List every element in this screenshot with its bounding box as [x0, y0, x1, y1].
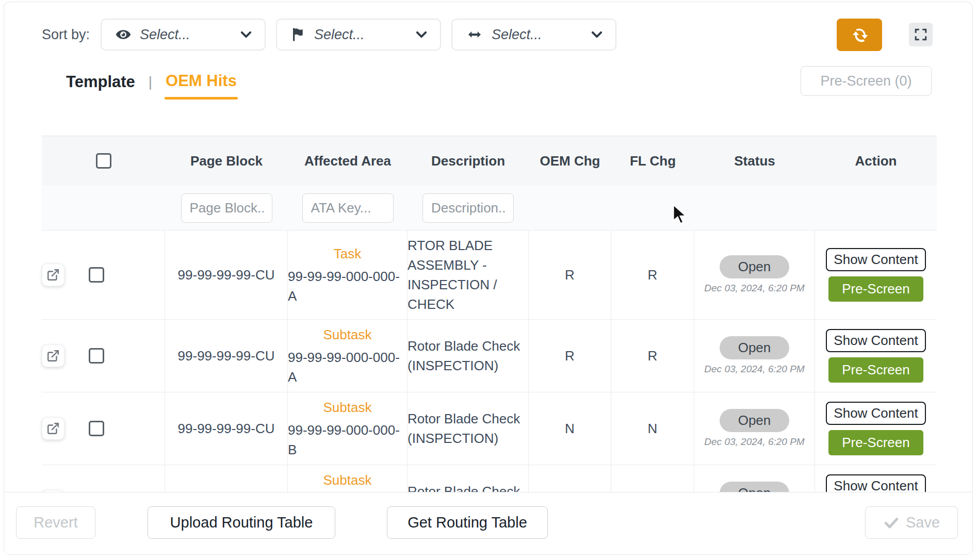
panel-content: Sort by: Select... Select... — [4, 2, 972, 492]
revert-button[interactable]: Revert — [16, 506, 95, 539]
sort-toolbar: Sort by: Select... Select... — [42, 19, 616, 51]
select-all-checkbox[interactable] — [96, 153, 111, 169]
affected-area-cell: Subtask 99-99-99-000-000-A — [288, 320, 408, 392]
table-header-row: Page Block Affected Area Description OEM… — [42, 136, 937, 186]
prescreen-counter-button[interactable]: Pre-Screen (0) — [801, 66, 932, 96]
open-external-button[interactable] — [42, 263, 64, 286]
get-routing-table-button[interactable]: Get Routing Table — [387, 506, 548, 539]
external-link-icon — [46, 268, 60, 282]
status-date: Dec 03, 2024, 6:20 PM — [704, 283, 804, 295]
table-row: 99-99-99-99-CU Subtask 99-99-99-000-000-… — [42, 320, 937, 392]
table-row: Subtask Rotor Blade Check Open Show Cont… — [42, 465, 937, 492]
external-link-icon — [46, 349, 60, 363]
action-cell: Show Content Pre-Screen — [815, 465, 937, 492]
upload-routing-table-button[interactable]: Upload Routing Table — [148, 506, 335, 539]
status-badge: Open — [720, 482, 789, 492]
prescreen-row-button[interactable]: Pre-Screen — [828, 357, 923, 383]
affected-area-type: Subtask — [323, 398, 372, 417]
action-cell: Show Content Pre-Screen — [815, 392, 937, 465]
tab-separator: | — [149, 74, 152, 90]
row-checkbox[interactable] — [89, 421, 104, 436]
open-external-button[interactable] — [42, 344, 64, 367]
sort-select-width[interactable]: Select... — [451, 19, 616, 51]
fullscreen-button[interactable] — [909, 23, 933, 46]
chevron-down-icon — [239, 27, 253, 42]
status-badge: Open — [720, 409, 789, 432]
status-badge: Open — [720, 255, 789, 278]
sort-select-view[interactable]: Select... — [101, 19, 266, 51]
fullscreen-icon — [914, 28, 927, 41]
row-checkbox[interactable] — [89, 348, 104, 364]
page-block-cell: 99-99-99-99-CU — [165, 392, 288, 465]
affected-area-cell: Subtask — [288, 465, 408, 492]
affected-area-cell: Task 99-99-99-000-000-A — [288, 230, 408, 319]
open-external-button[interactable] — [42, 417, 64, 440]
fl-chg-cell — [611, 465, 694, 492]
prescreen-row-button[interactable]: Pre-Screen — [828, 276, 923, 302]
action-cell: Show Content Pre-Screen — [815, 230, 937, 319]
table-filter-row — [42, 186, 937, 230]
sort-select-flag[interactable]: Select... — [276, 19, 441, 51]
view-tabs: Template | OEM Hits — [66, 72, 237, 92]
prescreen-row-button[interactable]: Pre-Screen — [828, 430, 923, 455]
refresh-button[interactable] — [837, 19, 882, 51]
status-cell: Open Dec 03, 2024, 6:20 PM — [694, 392, 815, 465]
page-block-filter-input[interactable] — [181, 193, 272, 223]
save-button[interactable]: Save — [865, 506, 958, 539]
description-cell: RTOR BLADE ASSEMBLY - INSPECTION / CHECK — [408, 230, 529, 319]
affected-area-type: Subtask — [323, 325, 372, 344]
external-link-icon — [46, 422, 60, 435]
description-filter-input[interactable] — [422, 193, 514, 223]
affected-area-type: Subtask — [323, 470, 372, 490]
oem-chg-cell — [529, 465, 611, 492]
width-arrows-icon — [466, 26, 483, 43]
description-cell: Rotor Blade Check (INSPECTION) — [408, 392, 529, 465]
row-select-cell — [42, 320, 165, 392]
sort-by-label: Sort by: — [42, 27, 90, 43]
tab-oem-hits[interactable]: OEM Hits — [166, 72, 237, 92]
save-button-label: Save — [906, 514, 940, 531]
header-page-block: Page Block — [165, 136, 288, 186]
header-action: Action — [815, 136, 937, 186]
header-fl-chg: FL Chg — [611, 136, 694, 186]
ata-key-filter-input[interactable] — [302, 193, 394, 223]
page-block-cell: 99-99-99-99-CU — [165, 320, 288, 392]
status-cell: Open Dec 03, 2024, 6:20 PM — [694, 230, 815, 319]
show-content-button[interactable]: Show Content — [826, 329, 925, 352]
chevron-down-icon — [590, 27, 604, 42]
sort-select-width-placeholder: Select... — [492, 27, 590, 43]
affected-area-key: 99-99-99-000-000-A — [288, 348, 407, 387]
oem-chg-cell: N — [529, 392, 611, 465]
page-block-cell — [165, 465, 288, 492]
affected-area-type: Task — [334, 244, 361, 263]
sort-select-flag-placeholder: Select... — [314, 27, 414, 43]
row-checkbox[interactable] — [89, 267, 104, 283]
tab-template[interactable]: Template — [66, 73, 135, 91]
row-select-cell — [42, 465, 165, 492]
fl-chg-cell: R — [611, 230, 694, 319]
table-body: 99-99-99-99-CU Task 99-99-99-000-000-A R… — [42, 230, 937, 492]
footer-bar: Revert Upload Routing Table Get Routing … — [4, 492, 972, 554]
table-row: 99-99-99-99-CU Task 99-99-99-000-000-A R… — [42, 230, 937, 320]
routing-panel: Sort by: Select... Select... — [4, 2, 973, 555]
description-cell: Rotor Blade Check (INSPECTION) — [408, 320, 529, 392]
affected-area-key: 99-99-99-000-000-B — [288, 420, 407, 459]
oem-hits-table: Page Block Affected Area Description OEM… — [42, 136, 937, 492]
header-description: Description — [408, 136, 529, 186]
show-content-button[interactable]: Show Content — [826, 474, 925, 492]
eye-icon — [115, 26, 132, 43]
header-status: Status — [694, 136, 815, 186]
oem-chg-cell: R — [529, 320, 611, 392]
status-date: Dec 03, 2024, 6:20 PM — [704, 364, 804, 376]
header-affected-area: Affected Area — [288, 136, 408, 186]
page-block-cell: 99-99-99-99-CU — [165, 230, 288, 319]
chevron-down-icon — [414, 27, 429, 42]
checkmark-icon — [883, 515, 900, 531]
show-content-button[interactable]: Show Content — [826, 402, 925, 425]
status-cell: Open Dec 03, 2024, 6:20 PM — [694, 320, 815, 392]
sort-select-view-placeholder: Select... — [140, 27, 239, 43]
fl-chg-cell: N — [611, 392, 694, 465]
header-oem-chg: OEM Chg — [529, 136, 611, 186]
show-content-button[interactable]: Show Content — [826, 248, 925, 271]
status-badge: Open — [720, 336, 789, 359]
